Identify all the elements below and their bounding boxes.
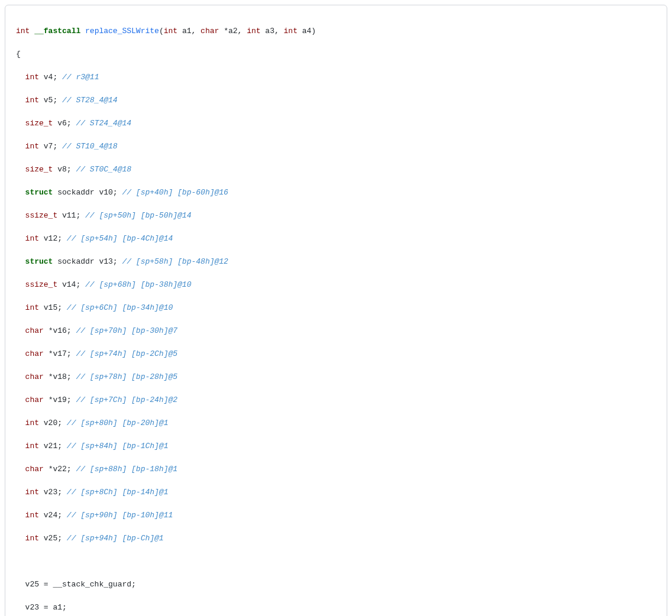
keyword-token: __fastcall — [34, 27, 80, 35]
code-line: struct sockaddr v13; // [sp+58h] [bp-48h… — [16, 256, 656, 268]
comment: // [sp+78h] [bp-28h]@5 — [76, 372, 177, 381]
code-line: int v25; // [sp+94h] [bp-Ch]@1 — [16, 533, 656, 544]
code-line: v23 = a1; — [16, 602, 656, 614]
comment: // [sp+70h] [bp-30h]@7 — [76, 326, 177, 335]
function-name: replace_SSLWrite — [85, 27, 159, 35]
comment: // [sp+50h] [bp-50h]@14 — [85, 211, 191, 220]
code-line: int v15; // [sp+6Ch] [bp-34h]@10 — [16, 302, 656, 314]
comment: // [sp+90h] [bp-10h]@11 — [67, 511, 173, 520]
code-line: int v20; // [sp+80h] [bp-20h]@1 — [16, 417, 656, 429]
comment: // [sp+40h] [bp-60h]@16 — [122, 188, 228, 197]
code-line: char *v19; // [sp+7Ch] [bp-24h]@2 — [16, 394, 656, 406]
comment: // [sp+88h] [bp-18h]@1 — [76, 465, 177, 474]
code-line: { — [16, 48, 656, 60]
code-line: char *v22; // [sp+88h] [bp-18h]@1 — [16, 463, 656, 475]
code-line: char *v16; // [sp+70h] [bp-30h]@7 — [16, 325, 656, 337]
code-line: ssize_t v14; // [sp+68h] [bp-38h]@10 — [16, 279, 656, 291]
code-line: ssize_t v11; // [sp+50h] [bp-50h]@14 — [16, 210, 656, 222]
code-line: int v5; // ST28_4@14 — [16, 95, 656, 106]
code-line: char *v17; // [sp+74h] [bp-2Ch]@5 — [16, 348, 656, 360]
code-line: char *v18; // [sp+78h] [bp-28h]@5 — [16, 371, 656, 383]
comment: // [sp+80h] [bp-20h]@1 — [67, 419, 169, 427]
comment: // [sp+54h] [bp-4Ch]@14 — [67, 234, 173, 243]
code-line — [16, 556, 656, 568]
code-line: size_t v8; // ST0C_4@18 — [16, 164, 656, 176]
comment: // r3@11 — [62, 73, 99, 82]
comment: // [sp+7Ch] [bp-24h]@2 — [76, 395, 177, 404]
code-line: int v24; // [sp+90h] [bp-10h]@11 — [16, 510, 656, 521]
code-line: int v12; // [sp+54h] [bp-4Ch]@14 — [16, 233, 656, 245]
comment: // ST0C_4@18 — [76, 165, 131, 174]
comment: // [sp+8Ch] [bp-14h]@1 — [67, 488, 169, 497]
comment: // [sp+58h] [bp-48h]@12 — [122, 257, 228, 266]
comment: // ST28_4@14 — [62, 96, 118, 105]
code-line: int v7; // ST10_4@18 — [16, 141, 656, 153]
code-line: int __fastcall replace_SSLWrite(int a1, … — [16, 25, 656, 37]
code-line: int v21; // [sp+84h] [bp-1Ch]@1 — [16, 440, 656, 452]
code-line: v25 = __stack_chk_guard; — [16, 579, 656, 591]
comment: // ST10_4@18 — [62, 142, 118, 151]
code-line: size_t v6; // ST24_4@14 — [16, 118, 656, 129]
comment: // [sp+68h] [bp-38h]@10 — [85, 280, 191, 289]
code-line: struct sockaddr v10; // [sp+40h] [bp-60h… — [16, 187, 656, 199]
type-token: int — [16, 27, 30, 35]
comment: // ST24_4@14 — [76, 119, 131, 128]
comment: // [sp+6Ch] [bp-34h]@10 — [67, 303, 173, 312]
code-line: int v4; // r3@11 — [16, 72, 656, 83]
code-block: int __fastcall replace_SSLWrite(int a1, … — [5, 5, 667, 616]
comment: // [sp+74h] [bp-2Ch]@5 — [76, 349, 177, 358]
code-line: int v23; // [sp+8Ch] [bp-14h]@1 — [16, 487, 656, 498]
comment: // [sp+84h] [bp-1Ch]@1 — [67, 442, 169, 450]
comment: // [sp+94h] [bp-Ch]@1 — [67, 534, 164, 543]
